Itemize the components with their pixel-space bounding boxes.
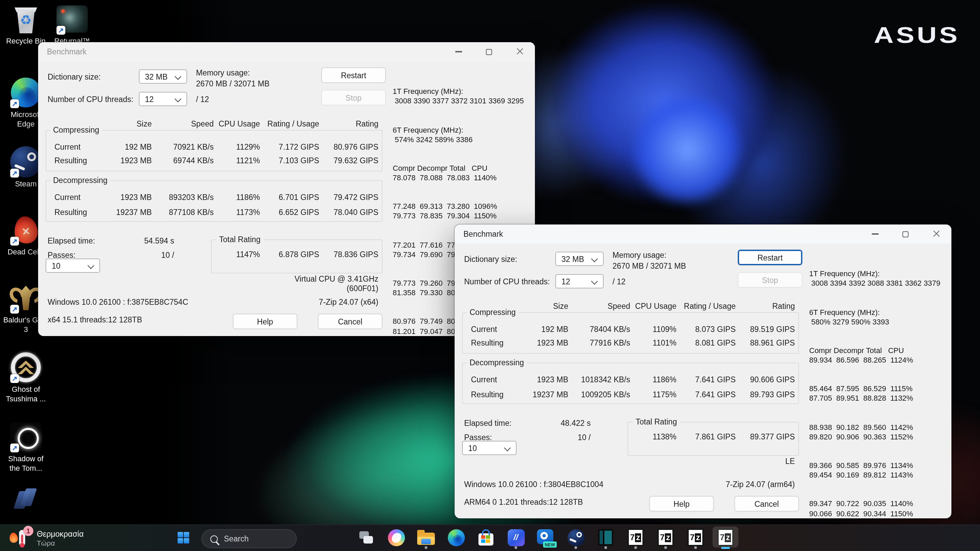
cpu-name-line1: Virtual CPU @ 3.41GHz xyxy=(269,274,379,284)
cell-rating: 89.793 GIPS xyxy=(720,390,795,399)
7zip-icon: 7z xyxy=(687,529,704,546)
stop-button: Stop xyxy=(738,272,802,288)
task-view-icon xyxy=(360,531,373,543)
dictionary-size-dropdown[interactable]: 32 MB xyxy=(555,252,604,266)
search-box[interactable]: Search xyxy=(202,529,297,548)
total-rating: 78.836 GIPS xyxy=(304,250,379,259)
returnal-icon: ↗ xyxy=(56,4,88,34)
copilot-icon xyxy=(388,529,404,546)
desktop-icon-label: Steam xyxy=(15,179,37,189)
memory-usage-label: Memory usage: xyxy=(612,250,667,260)
taskbar-item-microsoft-store[interactable] xyxy=(472,527,500,548)
maximize-button[interactable] xyxy=(474,42,504,61)
arch-line: ARM64 0 1.201 threads:12 128TB xyxy=(464,497,583,507)
minimize-button[interactable] xyxy=(443,42,474,61)
dictionary-size-label: Dictionary size: xyxy=(464,254,517,264)
weather-widget[interactable]: 1 Θερμοκρασία Τώρα xyxy=(5,527,88,549)
flame-icon xyxy=(9,532,18,543)
taskbar-item-slash-app[interactable]: // xyxy=(502,527,530,548)
start-button[interactable] xyxy=(169,527,197,548)
passes-dropdown[interactable]: 10 xyxy=(46,259,100,273)
desktop-icon-label: Shadow ofthe Tom... xyxy=(8,454,43,473)
maximize-icon xyxy=(902,231,908,237)
passes-dropdown[interactable]: 10 xyxy=(462,441,517,455)
teal-app-icon xyxy=(598,529,613,546)
dictionary-size-label: Dictionary size: xyxy=(48,72,101,82)
elapsed-time-label: Elapsed time: xyxy=(48,236,95,246)
benchmark-window-2: Benchmark Dictionary size: 32 MB Memory … xyxy=(455,224,951,518)
restart-button[interactable]: Restart xyxy=(321,67,386,83)
desktop-icon-ghost-of-tsushima[interactable]: ↗ Ghost ofTsushima ... xyxy=(0,353,52,403)
cancel-button[interactable]: Cancel xyxy=(318,314,382,329)
desktop-icon-returnal[interactable]: ↗ Returnal™ xyxy=(46,4,98,46)
taskbar-item-edge[interactable] xyxy=(442,527,469,548)
shortcut-arrow-icon: ↗ xyxy=(10,443,19,453)
maximize-button[interactable] xyxy=(890,224,921,243)
decompressing-label: Decompressing xyxy=(467,358,527,367)
os-version-line: Windows 10.0 26100 : f:3804EB8C1004 xyxy=(464,480,603,489)
close-button[interactable] xyxy=(921,224,951,243)
total-rating-label: Total Rating xyxy=(633,417,679,427)
7zip-icon: 7z xyxy=(627,529,644,546)
dictionary-size-dropdown[interactable]: 32 MB xyxy=(139,69,187,84)
taskbar-item-7zip-3[interactable]: 7z xyxy=(682,527,709,548)
memory-usage-label: Memory usage: xyxy=(196,68,250,78)
minimize-icon xyxy=(455,51,462,52)
desktop-icon-shadow-of-the-tomb-raider[interactable]: ↗ Shadow ofthe Tom... xyxy=(0,422,52,473)
unknown-app-icon xyxy=(10,484,41,514)
taskbar-item-outlook[interactable]: NEW xyxy=(532,527,559,548)
desktop-icon-unknown-app[interactable] xyxy=(0,484,52,514)
help-button[interactable]: Help xyxy=(233,314,298,329)
tomb-raider-icon: ↗ xyxy=(10,422,41,452)
windows-logo-icon xyxy=(177,532,189,543)
passes-value: 10 / xyxy=(99,250,174,260)
taskbar-item-7zip-1[interactable]: 7z xyxy=(622,527,649,548)
shortcut-arrow-icon: ↗ xyxy=(10,99,19,108)
cancel-button[interactable]: Cancel xyxy=(734,496,799,511)
7zip-icon: 7z xyxy=(717,529,733,546)
minimize-icon xyxy=(872,233,878,234)
taskbar-item-steam[interactable] xyxy=(562,527,589,548)
shortcut-arrow-icon: ↗ xyxy=(10,305,19,314)
arch-line: x64 15.1 threads:12 128TB xyxy=(48,315,142,324)
desktop-icon-label: Ghost ofTsushima ... xyxy=(6,384,46,403)
cpu-threads-value: 12 xyxy=(562,277,570,285)
7zip-icon: 7z xyxy=(657,529,674,546)
compressing-label: Compressing xyxy=(50,125,102,135)
passes-dropdown-value: 10 xyxy=(468,444,477,452)
taskbar-item-7zip-2[interactable]: 7z xyxy=(652,527,679,548)
taskbar-item-task-view[interactable] xyxy=(353,527,380,548)
results-panel: 1T Frequency (MHz): 3008 3394 3392 3088 … xyxy=(809,250,940,518)
elapsed-time-value: 48.422 s xyxy=(516,418,591,428)
decompressing-label: Decompressing xyxy=(50,176,110,185)
close-button[interactable] xyxy=(504,42,535,61)
cell-rating: 90.606 GIPS xyxy=(720,375,795,384)
help-button[interactable]: Help xyxy=(649,496,714,511)
cpu-threads-value: 12 xyxy=(145,95,154,103)
taskbar-item-7zip-4-active[interactable]: 7z xyxy=(712,527,739,548)
cpu-threads-dropdown[interactable]: 12 xyxy=(555,274,604,288)
recycle-bin-icon: ♻ xyxy=(10,4,41,34)
total-rating: 89.377 GIPS xyxy=(720,432,795,441)
cpu-threads-label: Number of CPU threads: xyxy=(464,277,550,286)
zip-version-line: 7-Zip 24.07 (arm64) xyxy=(686,480,795,489)
wallpaper-blue-core xyxy=(609,71,765,228)
total-rating-label: Total Rating xyxy=(216,235,263,244)
passes-dropdown-value: 10 xyxy=(52,262,60,270)
taskbar-item-file-explorer[interactable] xyxy=(412,527,440,548)
outlook-icon: NEW xyxy=(537,529,555,546)
desktop-icon-recycle-bin[interactable]: ♻ Recycle Bin xyxy=(0,4,52,46)
taskbar-item-teal-app[interactable] xyxy=(592,527,619,548)
desktop-icon-label: MicrosoftEdge xyxy=(11,110,41,129)
restart-button[interactable]: Restart xyxy=(738,250,802,265)
cpu-threads-total: / 12 xyxy=(612,277,625,286)
screen: ASUS ♻ Recycle Bin ↗ Returnal™ ↗ Microso… xyxy=(0,0,980,551)
cpu-name-line1: LE xyxy=(686,456,795,466)
cpu-threads-dropdown[interactable]: 12 xyxy=(139,92,187,106)
zip-version-line: 7-Zip 24.07 (x64) xyxy=(269,297,379,307)
minimize-button[interactable] xyxy=(859,224,890,243)
column-header-rating: Rating xyxy=(304,119,379,129)
search-placeholder: Search xyxy=(224,535,249,543)
file-explorer-icon xyxy=(417,530,435,545)
taskbar-item-copilot[interactable] xyxy=(382,527,410,548)
